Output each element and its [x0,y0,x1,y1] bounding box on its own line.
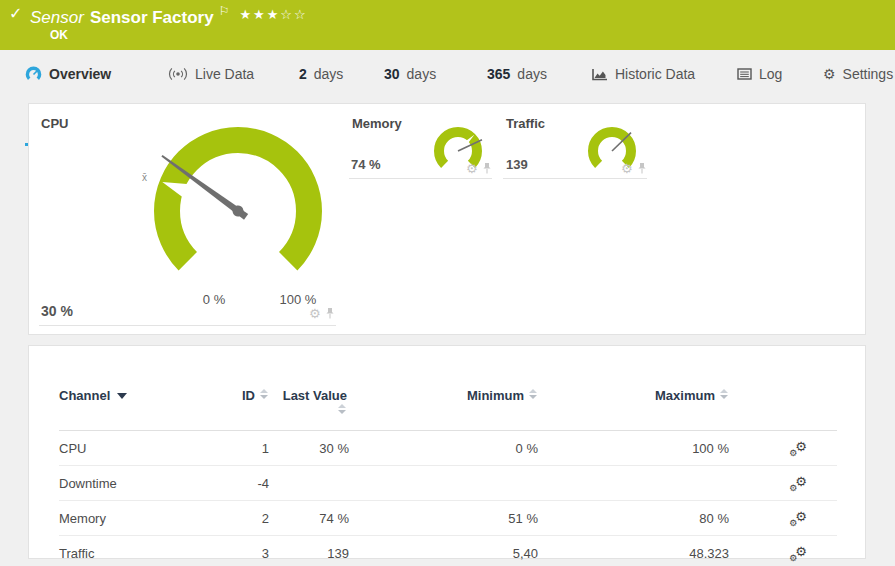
channel-minimum: 5,40 [349,536,538,566]
channel-id: 3 [229,536,269,566]
channel-settings-button[interactable]: ⚙⚙ [789,546,809,561]
memory-footer-rule [349,178,492,179]
tab-label: Settings [843,66,894,82]
sort-desc-icon [117,393,127,399]
tab-label: Overview [49,66,111,82]
tab-365-days[interactable]: 365 days [487,50,547,97]
channel-maximum: 80 % [538,501,729,536]
table-header-row: Channel ID Last Value Minimum Maximum [59,374,837,431]
channel-name: Downtime [59,466,229,501]
gauge-title-cpu: CPU [41,116,68,131]
channel-last-value: 30 % [269,431,349,466]
column-header-last-value[interactable]: Last Value [269,374,349,431]
channel-last-value: 139 [269,536,349,566]
broadcast-icon [168,67,188,81]
gear-icon: ⚙ [795,544,807,559]
tab-settings[interactable]: ⚙ Settings [823,50,893,97]
channel-table-panel: Channel ID Last Value Minimum Maximum [28,345,866,559]
channel-table: Channel ID Last Value Minimum Maximum [59,374,837,566]
log-icon [737,68,752,80]
cpu-footer-rule [39,325,336,326]
column-header-actions [729,374,837,431]
channel-id: -4 [229,466,269,501]
table-row-downtime: Downtime -4 ⚙⚙ [59,466,837,501]
gear-icon[interactable]: ⚙ [466,162,478,175]
traffic-gauge-actions: ⚙ [621,162,647,175]
column-header-channel[interactable]: Channel [59,374,229,431]
gauge-title-traffic: Traffic [506,116,545,131]
table-row-cpu: CPU 1 30 % 0 % 100 % ⚙⚙ [59,431,837,466]
table-row-traffic: Traffic 3 139 5,40 48.323 ⚙⚙ [59,536,837,566]
channel-name: Traffic [59,536,229,566]
tab-label: Log [759,66,782,82]
tab-label: Historic Data [615,66,695,82]
gauge-value-cpu: 30 % [41,303,73,319]
tab-overview[interactable]: Overview [25,50,111,97]
gauge-scale-min: 0 % [186,292,242,307]
channel-settings-button[interactable]: ⚙⚙ [789,511,809,526]
cpu-gauge-actions: ⚙ [309,307,335,320]
gauge-value-traffic: 139 [506,157,528,172]
gear-icon: ⚙ [795,439,807,454]
channel-minimum: 51 % [349,501,538,536]
sensor-type-label: Sensor [30,8,84,27]
channel-last-value: 74 % [269,501,349,536]
gear-icon: ⚙ [823,67,836,81]
gauge-arc [439,132,477,164]
gear-icon[interactable]: ⚙ [309,307,321,320]
column-header-id[interactable]: ID [229,374,269,431]
gear-icon: ⚙ [795,474,807,489]
gauge-arc [593,132,631,164]
channel-last-value [269,466,349,501]
tab-number: 30 [384,66,400,82]
tab-label: days [517,66,547,82]
tab-number: 365 [487,66,510,82]
channel-id: 1 [229,431,269,466]
channel-minimum [349,466,538,501]
channel-minimum: 0 % [349,431,538,466]
tab-label: days [314,66,344,82]
channel-maximum: 48.323 [538,536,729,566]
memory-gauge-actions: ⚙ [466,162,492,175]
pin-icon[interactable] [482,162,492,175]
sort-icon [338,404,347,414]
tab-2-days[interactable]: 2 days [299,50,343,97]
gear-icon[interactable]: ⚙ [621,162,633,175]
cpu-gauge: x̄ [138,111,338,311]
sensor-status-bar: ✓ SensorSensor Factory⚐★★★☆☆ OK [0,0,895,50]
tab-log[interactable]: Log [737,50,782,97]
traffic-footer-rule [503,178,647,179]
channel-settings-button[interactable]: ⚙⚙ [789,441,809,456]
gear-icon: ⚙ [795,509,807,524]
tab-30-days[interactable]: 30 days [384,50,436,97]
tab-historic-data[interactable]: Historic Data [592,50,695,97]
channel-maximum: 100 % [538,431,729,466]
status-text: OK [50,28,68,42]
channel-id: 2 [229,501,269,536]
channel-name: CPU [59,431,229,466]
gauge-value-memory: 74 % [351,157,381,172]
gauge-scale-max: 100 % [267,292,329,307]
star-rating[interactable]: ★★★☆☆ [239,7,307,22]
channel-maximum [538,466,729,501]
tab-number: 2 [299,66,307,82]
column-header-maximum[interactable]: Maximum [538,374,729,431]
pin-icon[interactable] [325,307,335,320]
channel-settings-button[interactable]: ⚙⚙ [789,476,809,491]
pin-icon[interactable] [637,162,647,175]
sensor-title-line: SensorSensor Factory⚐★★★☆☆ [30,4,308,28]
check-icon: ✓ [9,4,22,23]
gauge-icon [25,65,42,82]
tab-label: days [407,66,437,82]
gauge-arc [167,140,309,261]
average-marker-label: x̄ [142,172,147,183]
channel-name: Memory [59,501,229,536]
column-header-minimum[interactable]: Minimum [349,374,538,431]
gauges-panel: CPU x̄ 0 % 100 % 30 % ⚙ Memory 74 % ⚙ Tr… [28,103,866,335]
flag-icon[interactable]: ⚐ [219,4,230,18]
sensor-title[interactable]: Sensor Factory [90,8,214,27]
area-chart-icon [592,67,608,81]
sort-icon [260,389,269,399]
tab-live-data[interactable]: Live Data [168,50,254,97]
table-row-memory: Memory 2 74 % 51 % 80 % ⚙⚙ [59,501,837,536]
